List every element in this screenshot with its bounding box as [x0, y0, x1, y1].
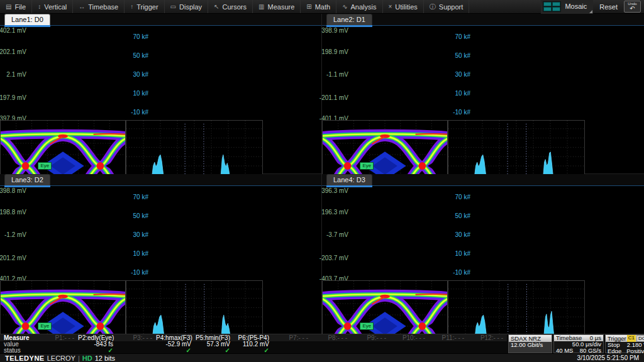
- hist-y-tick: 30 k#: [133, 71, 148, 78]
- measure-param-label[interactable]: P8:- - -: [312, 334, 351, 341]
- menu-item-label: Timebase: [88, 3, 118, 11]
- hist-y-tick: 70 k#: [455, 33, 470, 40]
- eye-y-tick: -1.2 mV: [4, 231, 26, 238]
- menu-item-file[interactable]: ▤File: [0, 0, 32, 13]
- menu-item-label: Display: [179, 3, 202, 11]
- hd-badge: HD: [82, 354, 92, 362]
- measure-value: 110.2 mV: [234, 341, 273, 348]
- menu-right-cluster: Mosaic Reset Undo ↶: [541, 0, 644, 13]
- hist-y-tick: 10 k#: [455, 89, 470, 96]
- eye-trace-badge[interactable]: Eye: [38, 162, 52, 170]
- eye-trace-badge[interactable]: Eye: [38, 322, 52, 330]
- measure-param-label[interactable]: P6:(P5-P4): [234, 334, 273, 341]
- histogram-y-axis: 70 k# 50 k# 30 k# 10 k# -10 k#: [448, 189, 473, 280]
- menu-item-label: Support: [439, 3, 464, 11]
- eye-y-tick: 198.9 mV: [321, 48, 348, 55]
- lane-tab[interactable]: Lane4: D3: [326, 174, 372, 185]
- menu-item-math[interactable]: ⊞Math: [301, 0, 336, 13]
- reset-button[interactable]: Reset: [599, 3, 618, 11]
- dropdown-corner-icon: [589, 10, 592, 13]
- measure-value: -52.9 mV: [156, 341, 195, 348]
- eye-trace-badge[interactable]: Eye: [360, 162, 374, 170]
- eye-y-tick: -3.7 mV: [326, 231, 348, 238]
- measure-value: 57.3 mV: [195, 341, 234, 348]
- lane-tab[interactable]: Lane3: D2: [4, 174, 50, 185]
- hist-y-tick: 30 k#: [455, 231, 470, 238]
- menu-item-display[interactable]: ▭Display: [165, 0, 209, 13]
- menu-bar: ▤File↕Vertical↔Timebase↑Trigger▭Display↖…: [0, 0, 644, 14]
- measure-param-label[interactable]: P12:- - -: [468, 334, 507, 341]
- histogram-y-axis: 70 k# 50 k# 30 k# 10 k# -10 k#: [448, 28, 473, 120]
- hist-y-tick: 10 k#: [133, 89, 148, 96]
- hist-y-tick: 50 k#: [455, 52, 470, 59]
- hist-y-tick: 70 k#: [133, 33, 148, 40]
- measure-param-label[interactable]: P7:- - -: [273, 334, 312, 341]
- lane-tab[interactable]: Lane1: D0: [4, 14, 50, 25]
- measure-param-label[interactable]: P1:- - -: [39, 334, 78, 341]
- measure-param-label[interactable]: P5:hmin(F3): [195, 334, 234, 341]
- menu-item-timebase[interactable]: ↔Timebase: [73, 0, 125, 13]
- measure-param-label[interactable]: P9:- - -: [351, 334, 390, 341]
- eye-y-tick: 2.1 mV: [6, 71, 26, 78]
- eye-trace-badge[interactable]: Eye: [360, 322, 374, 330]
- file-icon: ▤: [6, 4, 11, 10]
- measure-value: [429, 341, 468, 348]
- menu-item-support[interactable]: ⓘSupport: [424, 0, 470, 13]
- trigger-icon: ↑: [130, 4, 133, 10]
- mosaic-label: Mosaic: [565, 3, 587, 10]
- hist-y-tick: 30 k#: [455, 71, 470, 78]
- measure-value: [468, 341, 507, 348]
- utilities-icon: ×: [389, 4, 392, 10]
- support-icon: ⓘ: [430, 4, 436, 10]
- menu-item-analysis[interactable]: ∿Analysis: [336, 0, 382, 13]
- eye-y-axis: 396.3 mV 196.3 mV -3.7 mV -203.7 mV -403…: [322, 189, 351, 280]
- measure-value: [351, 341, 390, 348]
- bit-depth-label: 12 bits: [95, 354, 115, 362]
- measure-value: [390, 341, 429, 348]
- hist-y-tick: -10 k#: [131, 108, 148, 115]
- histogram-y-axis: 70 k# 50 k# 30 k# 10 k# -10 k#: [126, 189, 151, 280]
- undo-arrow-icon: ↶: [630, 6, 635, 11]
- lane-panel: Lane2: D1 398.9 mV 198.9 mV -1.1 mV -201…: [322, 14, 644, 173]
- eye-y-tick: 196.3 mV: [321, 208, 348, 215]
- menu-item-measure[interactable]: ▥Measure: [253, 0, 301, 13]
- display-icon: ▭: [170, 4, 176, 10]
- measure-value: [273, 341, 312, 348]
- eye-y-tick: 202.1 mV: [0, 48, 26, 55]
- menu-item-vertical[interactable]: ↕Vertical: [32, 0, 73, 13]
- timebase-descriptor[interactable]: Timebase0 µs 50.0 µs/div 40 MS80 GS/s: [553, 334, 604, 353]
- menu-item-label: File: [14, 3, 26, 11]
- hist-y-tick: 70 k#: [133, 194, 148, 200]
- measure-param-label[interactable]: P11:- - -: [429, 334, 468, 341]
- hist-y-tick: 10 k#: [133, 250, 148, 256]
- lane-tab[interactable]: Lane2: D1: [326, 14, 372, 25]
- mosaic-grid-icon: [543, 1, 561, 12]
- eye-y-axis: 402.1 mV 202.1 mV 2.1 mV -197.9 mV -397.…: [0, 28, 29, 120]
- bottom-bar: MeasureP1:- - -P2:edly(Eye)P3:- - -P4:hm…: [0, 334, 644, 353]
- measure-param-label[interactable]: P3:- - -: [117, 334, 156, 341]
- lane-panel: Lane3: D2 398.8 mV 198.8 mV -1.2 mV -201…: [0, 174, 321, 334]
- sdax-descriptor[interactable]: SDAX NRZ 12.00 Gbit/s: [508, 334, 552, 353]
- menu-item-trigger[interactable]: ↑Trigger: [125, 0, 164, 13]
- measure-table: MeasureP1:- - -P2:edly(Eye)P3:- - -P4:hm…: [0, 334, 507, 353]
- menu-item-cursors[interactable]: ↖Cursors: [208, 0, 253, 13]
- undo-button[interactable]: Undo ↶: [624, 1, 641, 13]
- menu-item-label: Math: [315, 3, 330, 11]
- measure-value: -843 fs: [78, 341, 117, 348]
- menu-item-label: Utilities: [395, 3, 417, 11]
- measure-param-label[interactable]: P4:hmax(F3): [156, 334, 195, 341]
- hist-y-tick: 50 k#: [455, 212, 470, 219]
- eye-y-tick: 398.8 mV: [0, 187, 26, 194]
- status-boxes: SDAX NRZ 12.00 Gbit/s Timebase0 µs 50.0 …: [508, 334, 644, 353]
- menu-item-utilities[interactable]: ×Utilities: [383, 0, 424, 13]
- measure-param-label[interactable]: P2:edly(Eye): [78, 334, 117, 341]
- trigger-descriptor[interactable]: Trigger C1 DC Stop2.180 V EdgePositive: [605, 334, 644, 353]
- mosaic-dropdown[interactable]: Mosaic: [541, 0, 593, 14]
- vertical-icon: ↕: [38, 4, 41, 10]
- eye-y-tick: -203.7 mV: [319, 254, 348, 261]
- eye-y-axis: 398.9 mV 198.9 mV -1.1 mV -201.1 mV -401…: [322, 28, 351, 120]
- eye-y-tick: 198.8 mV: [0, 208, 26, 215]
- hist-y-tick: 50 k#: [133, 212, 148, 219]
- measure-param-label[interactable]: P10:- - -: [390, 334, 429, 341]
- hist-y-tick: 70 k#: [455, 194, 470, 200]
